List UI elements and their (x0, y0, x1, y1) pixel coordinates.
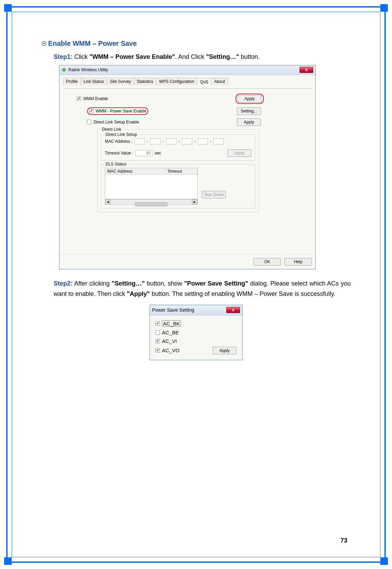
step2-label: Step2: (54, 280, 73, 287)
powersave-highlight-ring: WMM - Power Save Enable (87, 107, 148, 115)
apply-button-dls-setup[interactable]: Apply (227, 149, 251, 157)
tab-about[interactable]: About (211, 78, 228, 85)
direct-link-fieldset: Direct Link Direct Link Setup MAC Addres… (97, 129, 259, 212)
power-save-setting-dialog: Power Save Setting x AC_BK AC_BE AC_VI A… (150, 305, 242, 360)
page-content: ☉Enable WMM – Power Save Step1: Click "W… (41, 40, 351, 541)
mac-part-3[interactable] (166, 138, 176, 144)
mac-part-1[interactable] (134, 138, 145, 144)
ac-bk-checkbox[interactable] (155, 321, 160, 326)
step1-label: Step1: (54, 53, 73, 60)
step2-b3: "Apply" (127, 290, 150, 297)
app-icon (62, 67, 66, 72)
wmm-enable-checkbox[interactable] (77, 96, 81, 101)
dls-status-legend: DLS Status (104, 162, 128, 167)
setting-button[interactable]: Setting... (237, 107, 261, 115)
timeout-label: Timeout Value : (105, 151, 133, 155)
ac-be-label: AC_BE (162, 330, 179, 335)
scroll-right-icon[interactable]: ► (192, 200, 197, 204)
dls-table-rows (105, 175, 197, 199)
tab-underline (63, 88, 312, 89)
help-button[interactable]: Help (284, 258, 312, 266)
step2-b2: "Power Save Setting" (184, 280, 248, 287)
scroll-left-icon[interactable]: ◄ (105, 200, 111, 204)
apply-button-wmm[interactable]: Apply (238, 95, 262, 103)
mac-part-4[interactable] (182, 138, 192, 144)
direct-link-setup-fieldset: Direct Link Setup MAC Address : - - - - … (101, 135, 255, 161)
step2-t1: After clicking (73, 280, 112, 287)
apply-button-powersave[interactable]: Apply (213, 347, 237, 354)
dls-table: MAC Address Timeout (105, 168, 198, 199)
step1-mid: . And Click (175, 53, 206, 60)
dialog1-footer: OK Help (59, 254, 315, 269)
tab-link-status[interactable]: Link Status (80, 78, 107, 85)
tear-down-button[interactable]: Tear Down (202, 191, 226, 198)
section-title-text: Enable WMM – Power Save (48, 40, 137, 47)
ac-vi-label: AC_VI (162, 338, 177, 344)
ac-be-checkbox[interactable] (155, 330, 160, 335)
step2-text: Step2: After clicking "Setting…" button,… (54, 278, 351, 299)
tab-profile[interactable]: Profile (63, 78, 81, 85)
step1-bold2: "Setting…" (206, 53, 239, 60)
ac-bk-label: AC_BK (162, 320, 181, 327)
step1-pre: Click (73, 53, 89, 60)
col-mac-header: MAC Address (105, 168, 165, 174)
mac-part-5[interactable] (198, 138, 208, 144)
tab-bar: ProfileLink StatusSite SurveyStatisticsW… (63, 78, 312, 85)
step1-text: Step1: Click "WMM – Power Save Enable". … (54, 52, 351, 62)
mac-part-6[interactable] (214, 138, 224, 144)
timeout-input[interactable] (135, 150, 153, 156)
apply-button-dls[interactable]: Apply (237, 118, 261, 126)
dls-status-fieldset: DLS Status MAC Address Timeout (101, 164, 255, 208)
dls-scrollbar[interactable]: ◄ ► (105, 199, 198, 205)
apply-highlight-ring: Apply (236, 94, 264, 104)
sec-label: sec (155, 151, 161, 155)
direct-link-enable-checkbox[interactable] (87, 120, 91, 124)
bullet-icon: ☉ (41, 40, 47, 47)
wmm-powersave-checkbox[interactable] (89, 109, 94, 113)
close-icon[interactable]: x (226, 307, 240, 313)
close-icon[interactable]: x (300, 67, 313, 73)
ac-vo-label: AC_VO (162, 347, 213, 353)
dialog1-titlebar: Ralink Wireless Utility x (59, 65, 315, 75)
wmm-powersave-label: WMM - Power Save Enable (96, 109, 146, 114)
step1-post: button. (239, 53, 260, 60)
page-number: 73 (340, 537, 347, 544)
tab-statistics[interactable]: Statistics (134, 78, 156, 85)
ok-button[interactable]: OK (253, 258, 281, 266)
step2-t2: button, show (145, 280, 184, 287)
dialog2-title: Power Save Setting (152, 307, 194, 313)
direct-link-setup-legend: Direct Link Setup (104, 132, 138, 137)
step2-t4: button. The setting of enabling WMM – Po… (150, 290, 336, 297)
mac-address-label: MAC Address : (105, 139, 132, 144)
tab-wps-configuration[interactable]: WPS Configuration (156, 78, 197, 85)
direct-link-legend: Direct Link (100, 127, 123, 132)
step2-b1: "Setting…" (112, 280, 145, 287)
ac-vi-checkbox[interactable] (155, 339, 160, 343)
dialog1-title: Ralink Wireless Utility (68, 67, 108, 72)
mac-part-2[interactable] (150, 138, 161, 144)
section-title: ☉Enable WMM – Power Save (41, 40, 351, 47)
dialog2-titlebar: Power Save Setting x (150, 305, 242, 315)
tab-site-survey[interactable]: Site Survey (107, 78, 134, 85)
wmm-enable-label: WMM Enable (83, 96, 236, 101)
tab-qos[interactable]: QoS (197, 78, 211, 86)
direct-link-enable-label: Direct Link Setup Enable (94, 120, 237, 125)
ralink-utility-dialog: Ralink Wireless Utility x ProfileLink St… (59, 65, 316, 269)
col-timeout-header: Timeout (165, 168, 197, 174)
scroll-thumb[interactable] (135, 202, 167, 206)
ac-vo-checkbox[interactable] (155, 348, 160, 353)
step1-bold1: "WMM – Power Save Enable" (89, 53, 175, 60)
